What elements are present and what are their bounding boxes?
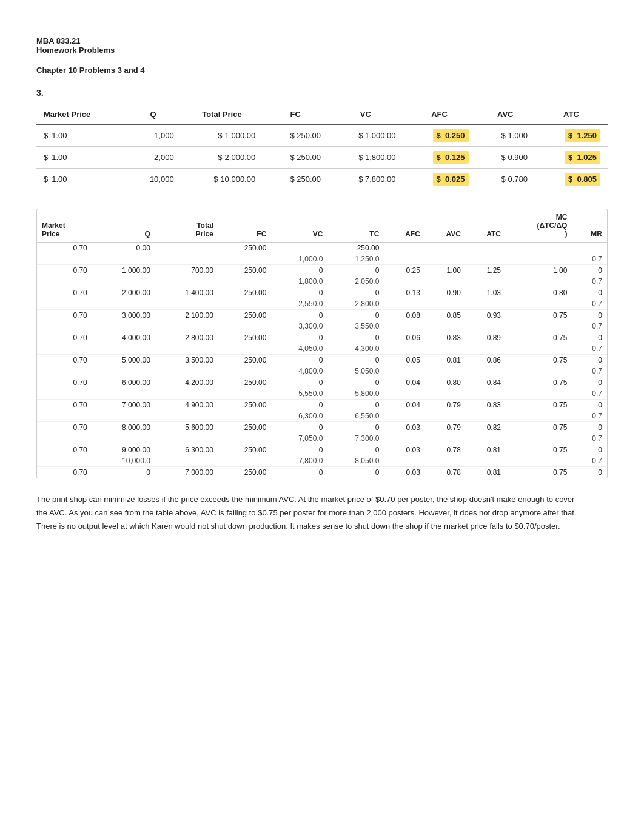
atc-cell: 0.81	[466, 444, 506, 456]
market-price-cell	[37, 411, 92, 422]
afc-cell: 0.03	[384, 467, 424, 478]
market-price-cell: $1.00	[36, 169, 125, 190]
fc-cell: 250.00	[218, 332, 271, 344]
afc-cell	[384, 343, 424, 355]
t2-col-avc: AVC	[425, 209, 466, 243]
q-cell	[92, 433, 155, 444]
table1: Market Price Q Total Price FC VC AFC AVC…	[36, 104, 608, 190]
market-price-cell: 0.70	[37, 377, 92, 389]
vc-cell: $ 7,800.00	[328, 169, 403, 190]
tc-cell: 5,050.0	[327, 366, 384, 377]
vc-cell: 6,300.0	[271, 411, 327, 422]
atc-cell	[466, 366, 506, 377]
total-price-cell	[155, 243, 218, 254]
afc-cell	[384, 298, 424, 310]
total-price-cell: 2,800.00	[155, 332, 218, 344]
table2: MarketPrice Q TotalPrice FC VC TC AFC AV…	[37, 209, 607, 478]
atc-cell: 0.93	[466, 310, 506, 321]
total-price-cell: 4,200.00	[155, 377, 218, 389]
atc-cell	[466, 243, 506, 254]
table-row: 0.704,000.002,800.00250.00000.060.830.89…	[37, 332, 607, 344]
vc-cell: 4,050.0	[271, 343, 327, 355]
market-price-cell: 0.70	[37, 310, 92, 321]
tc-cell: 1,250.0	[327, 253, 384, 265]
q-cell: 6,000.00	[92, 377, 155, 389]
market-price-cell	[37, 366, 92, 377]
vc-cell: 0	[271, 287, 327, 299]
fc-cell	[218, 366, 271, 377]
fc-cell: 250.00	[218, 422, 271, 434]
fc-cell: 250.00	[218, 444, 271, 456]
table-row: $1.001,000$1,000.00$ 250.00$ 1,000.00$ 0…	[36, 124, 608, 147]
market-price-cell: $1.00	[36, 147, 125, 169]
total-price-cell: $1,000.00	[181, 124, 263, 147]
fc-cell: 250.00	[218, 243, 271, 254]
fc-cell: 250.00	[218, 310, 271, 321]
total-price-cell	[155, 321, 218, 332]
mc-cell	[506, 455, 572, 467]
market-price-cell	[37, 455, 92, 467]
vc-cell: 3,300.0	[271, 321, 327, 332]
avc-cell: 0.79	[425, 422, 466, 434]
mc-cell	[506, 253, 572, 265]
market-price-cell: 0.70	[37, 265, 92, 277]
table-row: 0.702,000.001,400.00250.00000.130.901.03…	[37, 287, 607, 299]
q-cell	[92, 388, 155, 400]
tc-cell: 2,800.0	[327, 298, 384, 310]
avc-cell: 0.78	[425, 444, 466, 456]
total-price-cell	[155, 366, 218, 377]
avc-cell: 0.81	[425, 355, 466, 366]
atc-cell: 1.25	[466, 265, 506, 277]
tc-cell: 5,800.0	[327, 388, 384, 400]
mc-cell: 0.75	[506, 310, 572, 321]
fc-cell: 250.00	[218, 467, 271, 478]
mc-cell: 0.75	[506, 377, 572, 389]
vc-cell: 0	[271, 377, 327, 389]
fc-cell	[218, 276, 271, 287]
fc-cell: 250.00	[218, 400, 271, 411]
mc-cell: 0.80	[506, 287, 572, 299]
atc-cell	[466, 298, 506, 310]
mc-cell	[506, 433, 572, 444]
mc-cell	[506, 366, 572, 377]
mr-cell	[572, 243, 607, 254]
q-cell	[92, 276, 155, 287]
table-row: 0.703,000.002,100.00250.00000.080.850.93…	[37, 310, 607, 321]
tc-cell: 3,550.0	[327, 321, 384, 332]
header-block: MBA 833.21 Homework Problems	[36, 36, 608, 55]
table-row: 0.708,000.005,600.00250.00000.030.790.82…	[37, 422, 607, 434]
afc-cell: 0.04	[384, 377, 424, 389]
fc-cell: $ 250.00	[263, 169, 328, 190]
atc-cell: 1.03	[466, 287, 506, 299]
mr-cell: 0.7	[572, 455, 607, 467]
avc-cell: 0.79	[425, 400, 466, 411]
tc-cell: 250.00	[327, 243, 384, 254]
q-cell	[92, 321, 155, 332]
table-row: 0.709,000.006,300.00250.00000.030.780.81…	[37, 444, 607, 456]
atc-cell	[466, 433, 506, 444]
afc-cell	[384, 433, 424, 444]
atc-cell	[466, 253, 506, 265]
avc-cell	[425, 243, 466, 254]
table-row: 0.706,000.004,200.00250.00000.040.800.84…	[37, 377, 607, 389]
total-price-cell	[155, 411, 218, 422]
atc-cell: 0.83	[466, 400, 506, 411]
t2-col-q: Q	[92, 209, 155, 243]
atc-cell	[466, 276, 506, 287]
table-row: 0.705,000.003,500.00250.00000.050.810.86…	[37, 355, 607, 366]
avc-cell: $ 0.780	[476, 169, 535, 190]
q-cell: 4,000.00	[92, 332, 155, 344]
market-price-cell: 0.70	[37, 243, 92, 254]
col-vc: VC	[328, 104, 403, 124]
table-row: 5,550.05,800.00.7	[37, 388, 607, 400]
atc-cell	[466, 343, 506, 355]
t2-col-atc: ATC	[466, 209, 506, 243]
afc-cell: $ 0.250	[403, 124, 476, 147]
avc-cell	[425, 321, 466, 332]
t2-col-tc: TC	[327, 209, 384, 243]
q-cell: 2,000.00	[92, 287, 155, 299]
fc-cell: 250.00	[218, 265, 271, 277]
vc-cell: 2,550.0	[271, 298, 327, 310]
q-cell	[92, 298, 155, 310]
total-price-cell: 2,100.00	[155, 310, 218, 321]
